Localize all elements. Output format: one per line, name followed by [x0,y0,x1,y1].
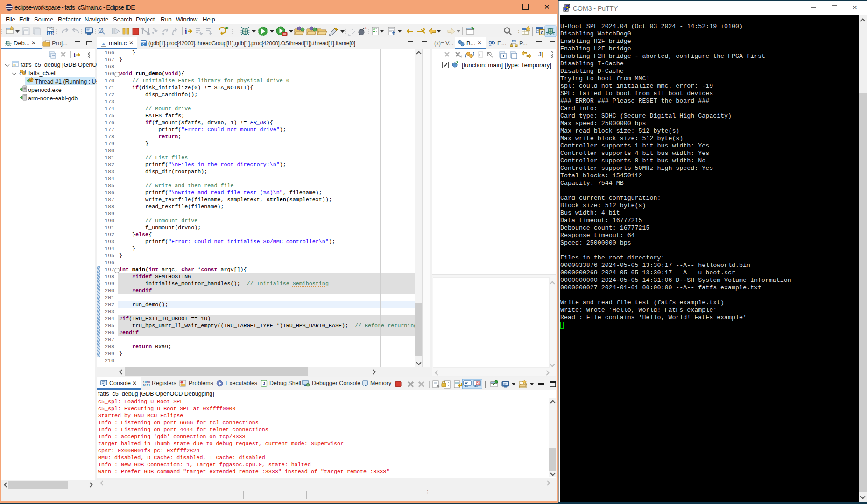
svg-text:J: J [263,381,265,386]
svg-text:i: i [185,28,187,35]
svg-text:C: C [541,30,543,35]
svg-text:x=: x= [489,44,492,47]
svg-text:0101: 0101 [143,384,150,387]
svg-text:i: i [74,51,76,58]
svg-text:.c: .c [102,42,105,46]
svg-text:c: c [142,42,145,47]
svg-text:J: J [538,51,542,58]
svg-text:c: c [14,63,16,67]
svg-text:1010: 1010 [143,381,150,384]
svg-text:010: 010 [48,32,54,35]
